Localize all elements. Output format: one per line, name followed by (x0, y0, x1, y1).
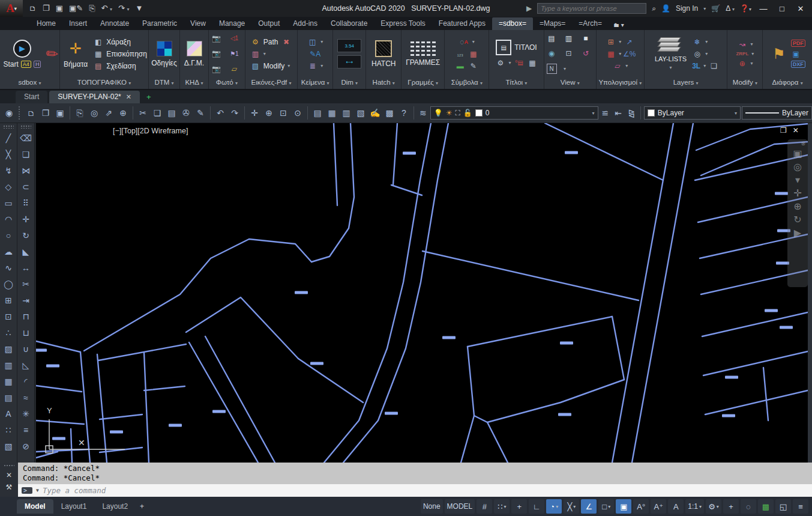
command-prompt-icon[interactable]: >_ (22, 487, 32, 494)
customization-button[interactable]: ≡ (793, 499, 808, 514)
search-expand-icon[interactable]: ▶ (526, 4, 532, 13)
sxediasi-button[interactable]: ▤Σχεδίαση (93, 61, 147, 71)
pdf-icon[interactable]: PDF (791, 40, 805, 47)
command-history[interactable]: Command: *Cancel* Command: *Cancel* (18, 463, 812, 484)
command-dd-icon[interactable]: ▼ (36, 488, 39, 493)
path-button[interactable]: ⚙Path✖ (250, 37, 292, 47)
start-button[interactable]: ▶ Start A4 H (1, 38, 44, 70)
drawing-canvas[interactable] (36, 123, 808, 463)
break-icon[interactable]: ⊓ (18, 308, 34, 324)
ribbon-tab-featuredapps[interactable]: Featured Apps (432, 17, 492, 30)
panel-label-kid[interactable]: ΚΗΔ ▾ (180, 77, 208, 89)
panel-label-symvola[interactable]: Σύμβολα ▾ (445, 77, 489, 89)
panel-label-topografiko[interactable]: ΤΟΠΟΓΡΑΦΙΚΟ ▾ (60, 77, 148, 89)
create-block-icon[interactable]: ⊡ (1, 308, 16, 324)
spline-icon[interactable]: ∿ (1, 260, 16, 276)
line-icon[interactable]: ╱ (1, 130, 16, 146)
crosshair-plus-button[interactable]: + (723, 499, 739, 514)
scale-icon[interactable]: ◣ (18, 243, 34, 260)
undo-icon[interactable]: ↶ ▾ (101, 4, 113, 13)
panel-label-grammes[interactable]: Γραμμές ▾ (401, 77, 444, 89)
sign-in-dd-icon[interactable]: ▾ (703, 6, 706, 11)
grid-display-button[interactable]: # (477, 499, 492, 514)
layer-dropdown[interactable]: 💡 ☀ ⛶ 🔓 0 ▾ (430, 106, 598, 120)
measure-arrow-icon[interactable]: ↗ (624, 37, 634, 47)
dynamic-input-button[interactable]: + (511, 499, 527, 514)
offset-icon[interactable]: ⊂ (18, 178, 34, 195)
ribbon-tab-manage[interactable]: Manage (212, 17, 251, 30)
symbol-edit-button[interactable]: ▬✎ (455, 61, 478, 71)
close-button[interactable]: ✕ (794, 4, 807, 13)
mirror-icon[interactable]: ⋈ (18, 162, 34, 178)
blocks-grid-icon[interactable]: ▦ (468, 49, 478, 59)
ribbon-tab-collaborate[interactable]: Collaborate (324, 17, 374, 30)
search-icon[interactable]: ⌕ (652, 4, 656, 13)
threel-button[interactable]: 3L (692, 62, 700, 70)
layout-tab-new[interactable]: + (136, 499, 148, 514)
named-view-icon[interactable]: ◉ (547, 49, 557, 59)
app-logo-icon[interactable]: A▾ (0, 0, 23, 17)
workspace-switching-button[interactable]: ⚙▾ (706, 499, 721, 514)
polar-tracking-button[interactable]: ◔▾ (546, 499, 562, 514)
hardware-acceleration-button[interactable]: ▩ (758, 499, 774, 514)
blocks-icon[interactable]: H (34, 61, 41, 68)
image-modify-button[interactable]: ▧Modify▾ (250, 61, 290, 71)
save-icon[interactable]: ▣ (53, 106, 67, 120)
block-edit-icon[interactable]: ✎ (194, 106, 207, 120)
signpost-icon[interactable]: ⚑ (770, 45, 788, 63)
hatch-icon[interactable]: ▨ (1, 341, 16, 357)
ortho-mode-button[interactable]: ∟ (529, 499, 544, 514)
stretch-icon[interactable]: ↔ (18, 260, 34, 276)
panel-label-hatch[interactable]: Hatch ▾ (366, 77, 401, 89)
match-properties-icon[interactable]: ✇ (179, 106, 193, 120)
viewport-single-icon[interactable]: ▤ (547, 34, 557, 44)
a4-icon[interactable]: A4 (21, 61, 31, 68)
panel-label-modify[interactable]: Modify ▾ (727, 77, 762, 89)
slope-icon[interactable]: ∠% (624, 49, 634, 59)
region-icon[interactable]: ▦ (1, 373, 16, 389)
north-dd-icon[interactable]: ▾ (564, 66, 576, 71)
extend-icon[interactable]: ⇥ (18, 292, 34, 308)
join-icon[interactable]: ∪ (18, 341, 34, 357)
viewport-restore-icon[interactable]: ❐ (780, 126, 787, 135)
ribbon-tab-addins[interactable]: Add-ins (286, 17, 324, 30)
layer-previous-icon[interactable]: ⇤ (612, 106, 624, 120)
web-icon[interactable]: ⊕ (116, 106, 130, 120)
help-icon[interactable]: ? (397, 106, 411, 120)
color-dropdown[interactable]: ByLayer ▾ (644, 106, 741, 120)
revision-cloud-icon[interactable]: ☁ (1, 243, 16, 260)
redo-icon[interactable]: ↷ ▾ (118, 4, 130, 13)
panel-label-ypologismoi[interactable]: Υπολογισμοί ▾ (597, 77, 644, 89)
qat-customize-icon[interactable]: ▼ (136, 4, 143, 13)
layer-off-icon[interactable]: ⊘ (18, 438, 34, 454)
dim-style-button[interactable]: 3.54 (337, 39, 361, 52)
camera-fs-icon[interactable]: 📷 (211, 64, 221, 74)
table-icon[interactable]: ▤ (1, 389, 16, 405)
point-icon[interactable]: ∴ (1, 324, 16, 341)
isolate-objects-button[interactable]: ◌ (741, 499, 756, 514)
ribbon-tab-output[interactable]: Output (251, 17, 286, 30)
layout-tab-layout1[interactable]: Layout1 (53, 499, 95, 514)
object-snap-tracking-button[interactable]: ∠ (581, 499, 597, 514)
autodesk-app-icon[interactable]: Δ ▾ (726, 4, 735, 13)
isodraft-button[interactable]: ╳▾ (564, 499, 579, 514)
chamfer-icon[interactable]: ◺ (18, 357, 34, 373)
panel-label-eikones[interactable]: Εικόνες-Pdf ▾ (245, 77, 297, 89)
panel-label-dim[interactable]: Dim ▾ (333, 77, 365, 89)
points-123-icon[interactable]: ₁₂₃ (455, 49, 465, 59)
copy-clip-icon[interactable]: ❏ (151, 106, 164, 120)
snap-mode-button[interactable]: ∷▾ (494, 499, 510, 514)
panel-label-titloi[interactable]: Τίτλοι ▾ (489, 77, 543, 89)
polyline-icon[interactable]: ↯ (1, 162, 16, 178)
pan-hand-icon[interactable]: ✛ (793, 189, 801, 198)
area-polygon-icon[interactable]: ▱ (612, 61, 622, 71)
grammes-button[interactable]: ΓΡΑΜΜΕΣ (403, 40, 442, 68)
folder-photo-icon[interactable]: ▱ (229, 64, 239, 74)
new-drawing-icon[interactable]: 🗅 (25, 106, 38, 120)
sheet-set-manager-icon[interactable]: ▧ (354, 106, 367, 120)
xaraxi-button[interactable]: ◧Χάραξη (93, 37, 147, 47)
open-icon[interactable]: ❐ (43, 4, 50, 13)
lock-icon[interactable]: 🔓 (463, 109, 472, 117)
tool-palettes-icon[interactable]: ▥ (340, 106, 353, 120)
model-space-button[interactable]: MODEL (445, 499, 475, 514)
